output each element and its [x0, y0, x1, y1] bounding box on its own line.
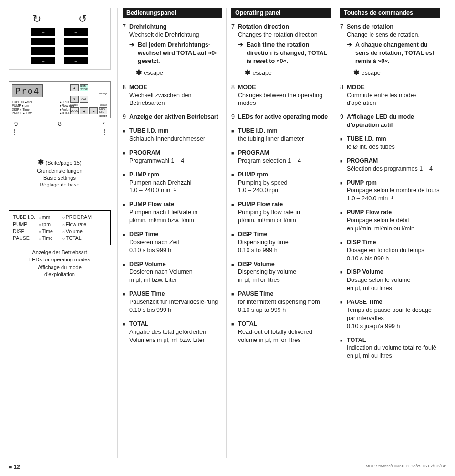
item-number: 9: [231, 113, 238, 121]
square-bullet-icon: ■: [123, 200, 129, 225]
bullet-desc: Angabe des total geförderten Volumens in…: [129, 329, 206, 343]
item-9: 9 Affichage LED du mode d'opération acti…: [340, 113, 440, 129]
square-bullet-icon: ■: [123, 290, 129, 314]
left-arrow-icon: ◀: [80, 107, 88, 114]
bullet-item: ■ TUBE I.D. mmthe tubing inner diameter: [231, 127, 331, 143]
bullet-desc: le Ø int. des tubes: [347, 144, 395, 150]
button-grid-icon: –– –– –– ––: [14, 28, 105, 64]
led-caption: Anzeige der Betriebsart LEDs for operati…: [9, 249, 111, 279]
rotate-ccw-icon: ↺: [78, 13, 87, 25]
arrow-note: Bei jedem Drehrichtungs-wechsel wird TOT…: [138, 41, 222, 65]
square-bullet-icon: ■: [123, 149, 129, 165]
square-bullet-icon: ■: [123, 230, 129, 255]
panel-left-labels: TUBE ID ●mm PUMP ●rpm DISP ● Time PAUSE …: [12, 100, 60, 115]
square-bullet-icon: ■: [231, 230, 238, 255]
cal-button: CAL: [80, 96, 88, 103]
escape-label: escape: [70, 103, 78, 106]
bullet-desc: Dosieren nach Zeit0.10 s bis 999 h: [129, 239, 179, 254]
item-sub: Changes between the operating modes: [238, 92, 322, 107]
bullet-title: TOTAL: [238, 320, 331, 328]
item-number: 8: [340, 83, 347, 108]
bullet-item: ■ DISP TimeDispensing by time0.10 s to 9…: [231, 230, 331, 255]
bullet-item: ■ PUMP Flow ratePumping by flow rate inμ…: [231, 200, 331, 225]
item-title: Sens de rotation: [347, 23, 393, 30]
square-bullet-icon: ■: [123, 127, 129, 143]
bullet-title: PUMP Flow rate: [347, 208, 440, 217]
callout-numbers: 9 8 7: [9, 120, 111, 127]
bullet-desc: Programmwahl 1 – 4: [129, 157, 184, 164]
imprint: MCP Process/ISMATEC SA/29.05.07/CB/GP: [366, 464, 446, 470]
bullet-title: DISP Time: [238, 230, 331, 238]
item-number: 8: [231, 83, 238, 108]
bullet-desc: Sélection des programmes 1 – 4: [347, 166, 433, 172]
item-sub: Change le sens de rotation.: [347, 31, 420, 38]
bullet-item: ■ PUMP Flow ratePompage selon le débiten…: [340, 208, 440, 233]
bullet-item: ■ DISP TimeDosieren nach Zeit0.10 s bis …: [123, 230, 222, 255]
arrow-right-icon: ➔: [347, 41, 355, 65]
bullet-title: DISP Time: [129, 230, 222, 238]
bullet-desc: Pompage selon le débiten μl/min, ml/min …: [347, 217, 414, 232]
item-number: 9: [340, 113, 347, 129]
bullet-title: PROGRAM: [238, 149, 331, 157]
bullet-desc: Pompage selon le nombre de tours 1.0 – 2…: [347, 187, 440, 202]
item-title: MODE: [238, 84, 256, 91]
bullet-item: ■ PROGRAMProgram selection 1 – 4: [231, 149, 331, 165]
arrow-note: Each time the rotation direction is chan…: [247, 41, 331, 65]
arrow-right-icon: ➔: [129, 41, 138, 65]
bullet-item: ■ PROGRAMProgrammwahl 1 – 4: [123, 149, 222, 165]
item-number: 7: [340, 23, 347, 78]
device-panel-illustration: Pro4 ▲ RUN STOP settings ▼ CAL escapedef…: [9, 81, 111, 118]
down-arrow-icon: ▼: [70, 96, 79, 103]
language-column-1: Operating panel 7 Rotation direction Cha…: [226, 8, 335, 458]
rotation-icon-box: ↻ ↺ –– –– –– ––: [9, 8, 111, 70]
bullet-title: DISP Volume: [347, 268, 440, 276]
bullet-title: DISP Volume: [238, 260, 331, 269]
bullet-title: PUMP Flow rate: [238, 200, 331, 208]
item-sub: Wechselt die Drehrichtung: [129, 31, 199, 38]
item-sub: Commute entre les modes d'opération: [347, 92, 417, 107]
square-bullet-icon: ■: [340, 336, 347, 361]
bullet-desc: Pumpen nach Fließrate inμl/min, ml/min b…: [129, 209, 197, 224]
bullet-desc: Pumping by flow rate inμl/min, ml/min or…: [238, 209, 300, 224]
dashed-line-icon: [60, 140, 60, 157]
column-header: Bedienungspanel: [123, 8, 222, 18]
square-bullet-icon: ■: [231, 200, 238, 225]
square-bullet-icon: ■: [340, 135, 347, 151]
item-8: 8 MODE Changes between the operating mod…: [231, 83, 331, 108]
arrow-right-icon: ➔: [238, 41, 247, 65]
bullet-desc: Indication du volume total re-foulé en μ…: [347, 344, 436, 359]
item-title: Affichage LED du mode d'opération actif: [347, 114, 414, 128]
bullet-item: ■ PUMP rpmPompage selon le nombre de tou…: [340, 179, 440, 203]
arrow-note: A chaque changement du sens de rotation,…: [355, 41, 440, 65]
bullet-item: ■ TOTALRead-out of totally delivered vol…: [231, 320, 331, 344]
square-bullet-icon: ■: [231, 290, 238, 314]
bullet-desc: Pumpen nach Drehzahl1.0 – 240.0 min⁻¹: [129, 179, 192, 194]
asterisk-icon: ✱: [38, 158, 44, 166]
column-header: Operating panel: [231, 8, 331, 18]
bullet-title: PUMP rpm: [129, 171, 222, 179]
language-column-2: Touches de commandes 7 Sens de rotation …: [335, 8, 444, 458]
bullet-title: TOTAL: [129, 320, 222, 328]
escape-note: ✱ escape: [353, 68, 440, 77]
callout-9: 9: [14, 120, 18, 127]
item-8: 8 MODE Wechselt zwischen den Betriebsart…: [123, 83, 222, 108]
bullet-title: DISP Time: [347, 238, 440, 247]
asterisk-icon: ✱: [353, 68, 360, 76]
item-7: 7 Sens de rotation Change le sens de rot…: [340, 23, 440, 78]
item-title: Rotation direction: [238, 23, 289, 30]
square-bullet-icon: ■: [123, 320, 129, 344]
bullet-item: ■ PAUSE TimeTemps de pause pour le dosag…: [340, 298, 440, 331]
bullet-item: ■ DISP TimeDosage en fonction du temps0.…: [340, 238, 440, 263]
dashed-line-icon: [60, 196, 60, 210]
bullet-desc: Temps de pause pour le dosage par interv…: [347, 307, 432, 330]
bullet-item: ■ TUBE I.D. mmSchlauch-Innendurchmesser: [123, 127, 222, 143]
item-9: 9 LEDs for active operating mode: [231, 113, 331, 121]
item-number: 7: [231, 23, 238, 78]
bullet-item: ■ TOTALIndication du volume total re-fou…: [340, 336, 440, 361]
bullet-item: ■ TUBE I.D. mmle Ø int. des tubes: [340, 135, 440, 151]
mode-button: MODE: [70, 107, 79, 114]
bullet-item: ■ DISP VolumeDispensing by volumein μl, …: [231, 260, 331, 285]
square-bullet-icon: ■: [123, 171, 129, 195]
item-number: 8: [123, 83, 129, 108]
column-header: Touches de commandes: [340, 8, 440, 18]
